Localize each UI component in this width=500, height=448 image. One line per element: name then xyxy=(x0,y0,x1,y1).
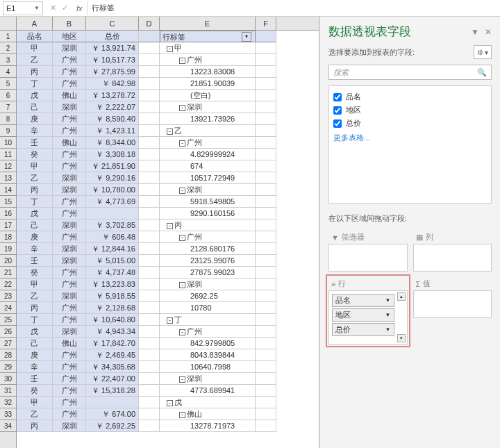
cell[interactable] xyxy=(139,78,160,90)
cell[interactable] xyxy=(256,255,276,267)
field-pill-dropdown-icon[interactable]: ▼ xyxy=(385,297,391,304)
cell[interactable] xyxy=(256,302,276,314)
cell[interactable]: -深圳 xyxy=(160,184,256,196)
cell[interactable] xyxy=(139,338,160,349)
cell[interactable]: 4.829999924 xyxy=(160,149,256,160)
cell[interactable] xyxy=(256,243,276,255)
cell[interactable] xyxy=(256,66,276,78)
cell[interactable]: 9290.160156 xyxy=(160,208,256,219)
column-header-C[interactable]: C xyxy=(86,17,139,30)
row-header[interactable]: 3 xyxy=(0,54,16,66)
cell[interactable] xyxy=(256,361,276,373)
cell[interactable]: ￥ 8,344.00 xyxy=(86,137,139,149)
cell[interactable] xyxy=(139,149,160,160)
cell[interactable]: ￥ 34,305.68 xyxy=(86,361,139,373)
cell[interactable]: 广州 xyxy=(53,349,86,361)
cell[interactable]: 丙 xyxy=(17,66,53,78)
cell[interactable] xyxy=(139,385,160,397)
rows-zone[interactable]: ≡行 ▴ ▾ 品名▼地区▼总价▼ xyxy=(326,274,410,347)
cell[interactable]: ￥ 3,308.18 xyxy=(86,149,139,160)
row-header[interactable]: 22 xyxy=(0,279,16,290)
cell[interactable] xyxy=(256,408,276,420)
cell[interactable]: 21851.90039 xyxy=(160,78,256,90)
cell[interactable] xyxy=(256,172,276,184)
cell[interactable]: ￥ 21,851.90 xyxy=(86,160,139,172)
row-header[interactable]: 9 xyxy=(0,125,16,137)
cell[interactable]: 13278.71973 xyxy=(160,420,256,432)
cell[interactable]: ￥ 3,702.85 xyxy=(86,219,139,231)
cell[interactable]: 10517.72949 xyxy=(160,172,256,184)
cell[interactable]: 广州 xyxy=(53,385,86,397)
cell[interactable]: 深圳 xyxy=(53,255,86,267)
row-header[interactable]: 28 xyxy=(0,349,16,361)
cell[interactable] xyxy=(256,397,276,408)
cell[interactable] xyxy=(139,66,160,78)
cell[interactable]: 佛山 xyxy=(53,137,86,149)
values-zone[interactable]: Σ值 xyxy=(410,274,495,347)
cell[interactable]: 10780 xyxy=(160,302,256,314)
cell[interactable]: 13921.73926 xyxy=(160,113,256,125)
tree-toggle-icon[interactable]: - xyxy=(179,140,185,147)
cell[interactable] xyxy=(139,113,160,125)
cell[interactable]: 甲 xyxy=(17,279,53,290)
cell[interactable]: 8043.839844 xyxy=(160,349,256,361)
cell[interactable]: 广州 xyxy=(53,196,86,208)
cell[interactable]: 深圳 xyxy=(53,290,86,302)
column-header-D[interactable]: D xyxy=(139,17,160,30)
field-search-input[interactable]: 搜索 🔍 xyxy=(328,65,492,80)
cell[interactable]: 己 xyxy=(17,219,53,231)
cell[interactable] xyxy=(139,101,160,113)
cell[interactable]: 己 xyxy=(17,101,53,113)
cell[interactable]: 广州 xyxy=(53,361,86,373)
cell[interactable]: 丙 xyxy=(17,302,53,314)
cell[interactable]: -广州 xyxy=(160,326,256,338)
scroll-up-icon[interactable]: ▴ xyxy=(397,292,406,301)
cell[interactable] xyxy=(256,219,276,231)
cell[interactable]: 深圳 xyxy=(53,243,86,255)
cell[interactable]: -深圳 xyxy=(160,101,256,113)
cell[interactable] xyxy=(256,137,276,149)
cell[interactable] xyxy=(256,101,276,113)
row-header[interactable]: 19 xyxy=(0,243,16,255)
row-header[interactable]: 18 xyxy=(0,231,16,243)
cell[interactable]: 甲 xyxy=(17,160,53,172)
cell[interactable]: 乙 xyxy=(17,172,53,184)
formula-input[interactable]: 行标签 xyxy=(87,1,500,15)
field-pill[interactable]: 地区▼ xyxy=(332,308,394,322)
more-tables-link[interactable]: 更多表格... xyxy=(333,130,487,146)
cell[interactable]: ￥ 13,223.83 xyxy=(86,279,139,290)
cell[interactable]: ￥ 22,407.00 xyxy=(86,373,139,385)
tree-toggle-icon[interactable]: - xyxy=(179,412,185,418)
cell[interactable] xyxy=(256,279,276,290)
scroll-down-icon[interactable]: ▾ xyxy=(397,334,406,342)
cell[interactable] xyxy=(256,149,276,160)
cell[interactable] xyxy=(256,160,276,172)
cell[interactable]: -深圳 xyxy=(160,279,256,290)
tree-toggle-icon[interactable]: - xyxy=(167,46,173,52)
row-header[interactable]: 26 xyxy=(0,326,16,338)
column-header-F[interactable]: F xyxy=(256,17,276,30)
cell[interactable]: ￥ 17,842.70 xyxy=(86,338,139,349)
field-pill[interactable]: 品名▼ xyxy=(332,294,394,307)
cell[interactable] xyxy=(139,326,160,338)
tree-toggle-icon[interactable]: - xyxy=(179,376,185,383)
pivot-filter-dropdown-icon[interactable]: ▾ xyxy=(242,32,251,42)
row-header[interactable]: 14 xyxy=(0,184,16,196)
cell[interactable]: 癸 xyxy=(17,267,53,279)
tree-toggle-icon[interactable]: - xyxy=(167,128,173,135)
tree-toggle-icon[interactable]: - xyxy=(179,235,185,241)
cell[interactable]: 辛 xyxy=(17,125,53,137)
cell[interactable] xyxy=(139,279,160,290)
row-header[interactable]: 16 xyxy=(0,208,16,219)
tree-toggle-icon[interactable]: - xyxy=(179,188,185,194)
cell[interactable]: ￥ 10,780.00 xyxy=(86,184,139,196)
row-header[interactable]: 8 xyxy=(0,113,16,125)
cell[interactable]: 深圳 xyxy=(53,326,86,338)
cell[interactable]: 戊 xyxy=(17,208,53,219)
cell[interactable]: ￥ 2,692.25 xyxy=(86,420,139,432)
tree-toggle-icon[interactable]: - xyxy=(179,329,185,335)
cell[interactable]: 广州 xyxy=(53,408,86,420)
cell[interactable]: 辛 xyxy=(17,243,53,255)
row-header[interactable]: 31 xyxy=(0,385,16,397)
cell[interactable] xyxy=(139,90,160,101)
